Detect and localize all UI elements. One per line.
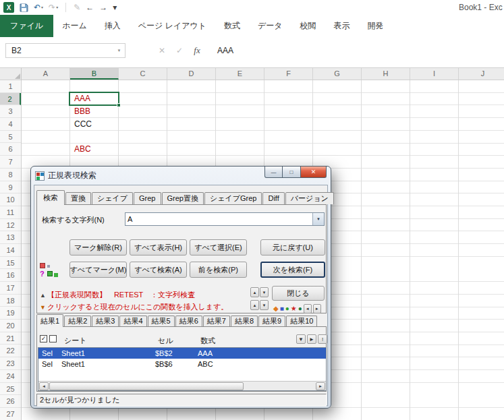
row-header[interactable]: 14 xyxy=(0,244,21,257)
row-header[interactable]: 16 xyxy=(0,269,21,282)
dialog-button[interactable]: すべて表示(H) xyxy=(130,239,187,256)
dialog-tab[interactable]: バージョン xyxy=(285,192,334,204)
result-tab[interactable]: 結果1 xyxy=(36,314,63,327)
row-header[interactable]: 1 xyxy=(0,80,21,93)
column-header[interactable]: A xyxy=(22,68,70,80)
row-header[interactable]: 19 xyxy=(0,307,21,320)
shape-diamond-icon[interactable]: ◆ xyxy=(273,304,279,313)
undo-button[interactable]: ↶▾ xyxy=(34,3,43,11)
undo-dropdown-icon[interactable]: ▾ xyxy=(41,5,43,9)
hint-down-button[interactable]: ▼ xyxy=(260,300,269,310)
shape-circle-dark-icon[interactable]: ● xyxy=(298,304,302,313)
name-box[interactable]: B2 ▼ xyxy=(5,43,125,58)
row-header[interactable]: 5 xyxy=(0,131,21,144)
down-marker-icon[interactable]: ▼ xyxy=(40,304,46,311)
formula-input[interactable]: AAA xyxy=(217,46,233,55)
column-header[interactable]: E xyxy=(216,68,264,80)
horizontal-scrollbar[interactable]: ◄ ► xyxy=(38,381,326,390)
result-tab[interactable]: 結果5 xyxy=(148,316,175,326)
result-row[interactable]: Sel Sheet1 $B$6 ABC xyxy=(38,359,326,369)
unchecked-box-icon[interactable] xyxy=(49,335,57,342)
column-header[interactable]: B xyxy=(70,68,119,80)
row-header[interactable]: 9 xyxy=(0,181,21,194)
dialog-button[interactable]: マーク解除(R) xyxy=(69,239,127,256)
cell-B2[interactable]: AAA xyxy=(72,92,90,105)
result-tab[interactable]: 結果10 xyxy=(286,316,317,326)
ribbon-tab[interactable]: ホーム xyxy=(53,15,96,37)
confirm-entry-button[interactable]: ✓ xyxy=(171,43,188,58)
row-header[interactable]: 6 xyxy=(0,143,21,156)
draw-mode-button[interactable]: ✎ xyxy=(74,3,80,11)
row-header[interactable]: 21 xyxy=(0,332,21,345)
redo-dropdown-icon[interactable]: ▾ xyxy=(56,5,58,9)
hint-up-button[interactable]: ▲ xyxy=(250,300,259,310)
row-header[interactable]: 11 xyxy=(0,206,21,219)
ribbon-tab[interactable]: 校閲 xyxy=(291,15,325,37)
back-button[interactable]: ← xyxy=(86,3,94,11)
row-header[interactable]: 4 xyxy=(0,118,21,131)
function-down-button[interactable]: ▼ xyxy=(260,287,269,297)
row-header[interactable]: 25 xyxy=(0,383,21,396)
row-header[interactable]: 24 xyxy=(0,370,21,383)
dialog-tab[interactable]: Grep置換 xyxy=(162,192,204,204)
scroll-left-button[interactable]: ◄ xyxy=(39,382,49,390)
search-combobox[interactable]: A ▼ xyxy=(125,212,325,226)
ribbon-tab[interactable]: 表示 xyxy=(325,15,359,37)
shape-circle-icon[interactable]: ● xyxy=(285,304,289,313)
row-header[interactable]: 2 xyxy=(0,93,21,106)
dialog-button[interactable]: 元に戻す(U) xyxy=(260,239,325,256)
list-warning-button[interactable]: ! xyxy=(318,334,327,344)
ribbon-tab[interactable]: ファイル xyxy=(0,15,53,37)
column-header[interactable]: J xyxy=(459,68,504,80)
row-header[interactable]: 26 xyxy=(0,395,21,408)
row-header[interactable]: 12 xyxy=(0,219,21,232)
dialog-tab[interactable]: シェイプGrep xyxy=(204,192,262,204)
column-header[interactable]: D xyxy=(167,68,216,80)
select-all-corner[interactable] xyxy=(0,67,22,80)
result-tab[interactable]: 結果6 xyxy=(175,316,202,326)
result-tab[interactable]: 結果8 xyxy=(231,316,258,326)
row-header[interactable]: 20 xyxy=(0,320,21,332)
dialog-tab[interactable]: 検索 xyxy=(36,190,65,205)
row-header[interactable]: 23 xyxy=(0,357,21,370)
column-header[interactable]: C xyxy=(119,68,167,80)
save-button[interactable] xyxy=(20,3,28,12)
shape-star-icon[interactable]: ★ xyxy=(291,304,297,313)
scroll-right-button[interactable]: ► xyxy=(316,382,325,390)
result-tab[interactable]: 結果7 xyxy=(203,316,230,326)
column-header[interactable]: H xyxy=(362,68,410,80)
dialog-button[interactable]: 次を検索(F) xyxy=(260,262,325,278)
maximize-button[interactable]: □ xyxy=(283,167,301,178)
shape-prev-button[interactable]: ◄ xyxy=(304,304,312,313)
dialog-button[interactable]: すべてマーク(M) xyxy=(69,262,127,278)
cell-B6[interactable]: ABC xyxy=(72,143,91,156)
customize-toolbar-button[interactable]: ▾ xyxy=(113,3,117,11)
ribbon-tab[interactable]: 挿入 xyxy=(96,15,130,37)
function-up-button[interactable]: ▲ xyxy=(250,287,259,297)
dialog-button[interactable]: 前を検索(P) xyxy=(190,262,247,278)
dialog-button[interactable]: すべて選択(E) xyxy=(190,239,247,256)
dialog-tab[interactable]: Grep xyxy=(134,192,161,204)
result-tab[interactable]: 結果4 xyxy=(119,316,146,326)
dialog-close-button[interactable]: 閉じる xyxy=(272,286,325,301)
result-tab[interactable]: 結果2 xyxy=(64,316,91,326)
row-header[interactable]: 27 xyxy=(0,408,21,420)
dialog-tab[interactable]: Diff xyxy=(262,192,284,204)
row-header[interactable]: 17 xyxy=(0,282,21,295)
minimize-button[interactable]: — xyxy=(264,167,283,178)
dialog-titlebar[interactable]: 正規表現検索 — □ ✕ xyxy=(31,167,331,185)
result-tab[interactable]: 結果9 xyxy=(258,316,285,326)
dialog-tab[interactable]: 置換 xyxy=(65,192,91,204)
ribbon-tab[interactable]: 数式 xyxy=(215,15,249,37)
row-header[interactable]: 8 xyxy=(0,169,21,181)
column-header[interactable]: I xyxy=(410,68,459,80)
redo-button[interactable]: ↷▾ xyxy=(49,3,58,11)
list-go-button[interactable]: ► xyxy=(307,334,316,344)
cancel-entry-button[interactable]: ✕ xyxy=(154,43,170,58)
row-header[interactable]: 13 xyxy=(0,231,21,244)
forward-button[interactable]: → xyxy=(99,3,107,11)
ribbon-tab[interactable]: 開発 xyxy=(359,15,393,37)
row-header[interactable]: 7 xyxy=(0,156,21,169)
list-dropdown-button[interactable]: ▼ xyxy=(296,334,306,344)
ribbon-tab[interactable]: ページ レイアウト xyxy=(130,15,215,37)
